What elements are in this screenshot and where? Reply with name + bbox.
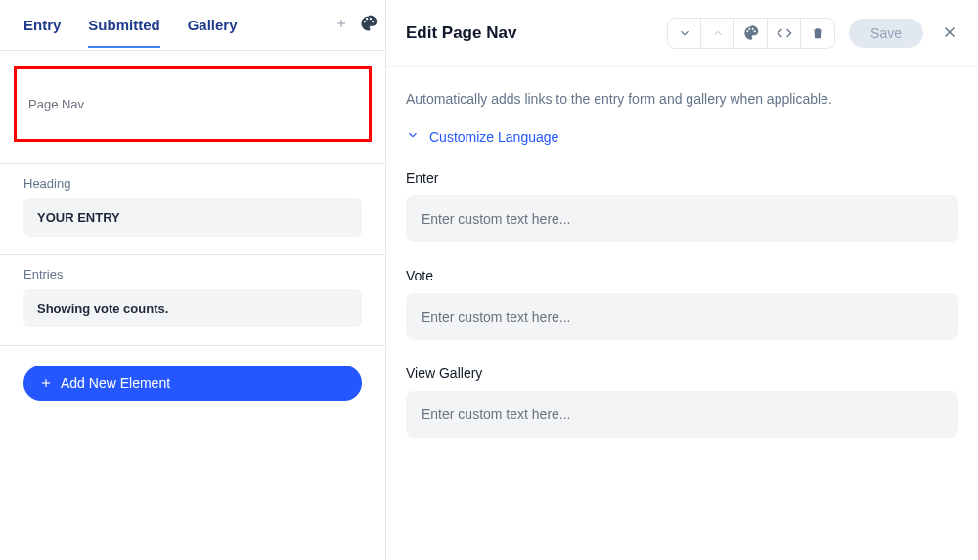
tab-gallery[interactable]: Gallery: [188, 3, 249, 47]
tabs-bar: Entry Submitted Gallery: [0, 0, 385, 51]
toolbar-icon-group: [667, 18, 835, 49]
code-icon[interactable]: [768, 19, 801, 48]
right-body: Automatically adds links to the entry fo…: [386, 67, 978, 487]
enter-label: Enter: [406, 170, 958, 186]
entries-block[interactable]: Entries Showing vote counts.: [0, 255, 385, 346]
page-nav-label: Page Nav: [28, 97, 357, 111]
view-gallery-input[interactable]: [406, 391, 958, 438]
enter-input[interactable]: [406, 195, 958, 242]
chevron-down-icon[interactable]: [668, 19, 701, 48]
chevron-up-icon[interactable]: [701, 19, 734, 48]
vote-input[interactable]: [406, 293, 958, 340]
view-gallery-field-group: View Gallery: [406, 366, 958, 438]
add-new-element-button[interactable]: Add New Element: [23, 366, 362, 401]
heading-value: YOUR ENTRY: [23, 198, 362, 237]
customize-language-toggle[interactable]: Customize Language: [406, 128, 958, 145]
right-panel: Edit Page Nav Save Automatically adds: [386, 0, 978, 560]
trash-icon[interactable]: [801, 19, 834, 48]
description-text: Automatically adds links to the entry fo…: [406, 91, 958, 107]
plus-icon[interactable]: [334, 17, 348, 33]
plus-icon: [39, 376, 53, 390]
left-panel: Entry Submitted Gallery Page Nav Heading…: [0, 0, 386, 560]
vote-label: Vote: [406, 268, 958, 283]
heading-block[interactable]: Heading YOUR ENTRY: [0, 164, 385, 255]
close-icon[interactable]: [941, 23, 958, 44]
customize-language-label: Customize Language: [429, 129, 558, 145]
add-new-element-label: Add New Element: [61, 375, 170, 391]
save-button[interactable]: Save: [849, 19, 923, 48]
palette-icon[interactable]: [360, 15, 378, 35]
tab-submitted[interactable]: Submitted: [88, 3, 171, 47]
right-header: Edit Page Nav Save: [386, 0, 978, 67]
tab-entry[interactable]: Entry: [23, 3, 72, 47]
page-nav-block[interactable]: Page Nav: [0, 51, 385, 164]
heading-label: Heading: [23, 176, 362, 191]
entries-value: Showing vote counts.: [23, 289, 362, 327]
chevron-down-icon: [406, 128, 420, 145]
enter-field-group: Enter: [406, 170, 958, 242]
palette-icon[interactable]: [734, 19, 768, 48]
page-title: Edit Page Nav: [406, 23, 516, 43]
entries-label: Entries: [23, 267, 362, 281]
view-gallery-label: View Gallery: [406, 366, 958, 381]
vote-field-group: Vote: [406, 268, 958, 340]
